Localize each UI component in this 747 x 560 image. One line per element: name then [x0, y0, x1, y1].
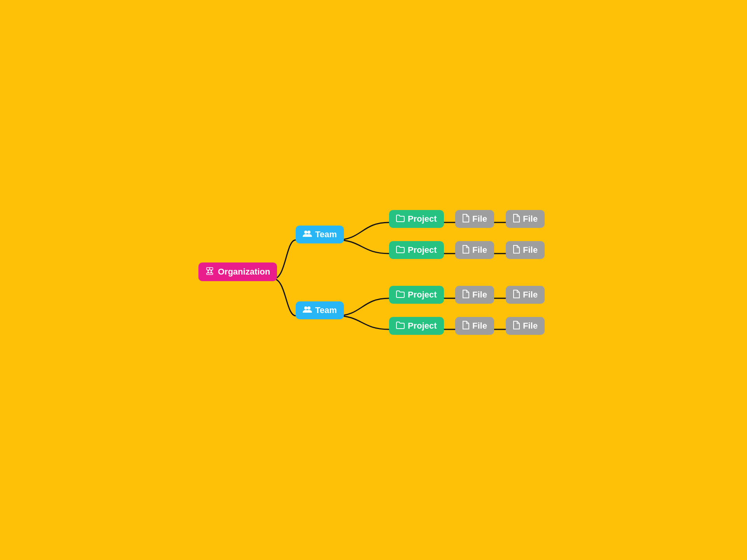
- file-2a2-icon: [513, 290, 520, 300]
- team2-icon: [303, 306, 312, 315]
- file-1a2-label: File: [523, 214, 538, 224]
- project-1a-label: Project: [408, 214, 437, 224]
- svg-rect-3: [210, 268, 213, 270]
- file-1a1-label: File: [472, 214, 487, 224]
- svg-rect-0: [207, 268, 210, 270]
- file-2b1-icon: [462, 321, 469, 331]
- team2-label: Team: [315, 305, 337, 315]
- svg-point-7: [304, 231, 307, 234]
- file-2a2-node[interactable]: File: [506, 286, 545, 304]
- file-1b2-node[interactable]: File: [506, 241, 545, 259]
- svg-point-9: [304, 306, 307, 310]
- svg-rect-6: [207, 273, 213, 275]
- file-2a1-label: File: [472, 290, 487, 300]
- project-2a-label: Project: [408, 290, 437, 300]
- file-2a1-icon: [462, 290, 469, 300]
- org-label: Organization: [218, 267, 270, 277]
- project-2b-label: Project: [408, 321, 437, 331]
- svg-point-8: [307, 231, 310, 234]
- project-1b-node[interactable]: Project: [389, 241, 444, 259]
- team1-node[interactable]: Team: [296, 226, 344, 243]
- team2-node[interactable]: Team: [296, 301, 344, 319]
- file-1b1-label: File: [472, 245, 487, 255]
- file-1a2-icon: [513, 214, 520, 224]
- project-1b-label: Project: [408, 245, 437, 255]
- project-1b-icon: [396, 245, 405, 255]
- file-1a1-node[interactable]: File: [455, 210, 494, 228]
- project-2a-icon: [396, 290, 405, 299]
- file-1a1-icon: [462, 214, 469, 224]
- file-1b1-icon: [462, 245, 469, 255]
- project-2a-node[interactable]: Project: [389, 286, 444, 304]
- file-2b2-icon: [513, 321, 520, 331]
- file-1a2-node[interactable]: File: [506, 210, 545, 228]
- file-2b1-node[interactable]: File: [455, 317, 494, 335]
- file-2b1-label: File: [472, 321, 487, 331]
- org-node[interactable]: Organization: [198, 262, 277, 281]
- file-2b2-label: File: [523, 321, 538, 331]
- project-2b-node[interactable]: Project: [389, 317, 444, 335]
- file-1b2-label: File: [523, 245, 538, 255]
- file-1b2-icon: [513, 245, 520, 255]
- svg-point-10: [307, 306, 310, 310]
- team1-label: Team: [315, 229, 337, 240]
- file-2a2-label: File: [523, 290, 538, 300]
- svg-rect-4: [210, 270, 212, 271]
- svg-rect-1: [207, 270, 209, 271]
- team1-icon: [303, 230, 312, 239]
- file-2b2-node[interactable]: File: [506, 317, 545, 335]
- org-icon: [205, 266, 215, 277]
- project-1a-icon: [396, 214, 405, 224]
- file-1b1-node[interactable]: File: [455, 241, 494, 259]
- project-1a-node[interactable]: Project: [389, 210, 444, 228]
- file-2a1-node[interactable]: File: [455, 286, 494, 304]
- project-2b-icon: [396, 321, 405, 331]
- diagram: Organization Team Team: [198, 202, 549, 358]
